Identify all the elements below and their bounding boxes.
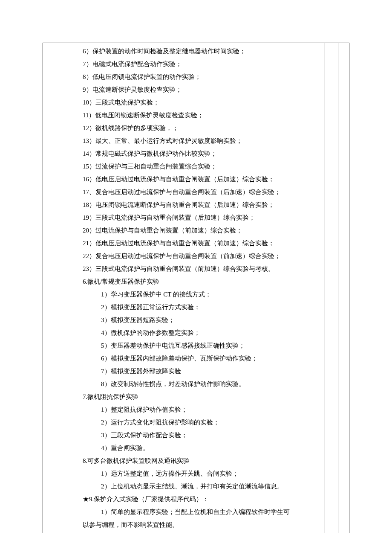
list-item: 13）最大、正常、最小运行方式对保护灵敏度影响实验； bbox=[82, 134, 325, 147]
cell-col2 bbox=[56, 43, 82, 533]
list-item: 17、复合电压启动过电流保护与自动重合闸装置（后加速）综合实验； bbox=[82, 186, 325, 198]
list-item: 22）复合电压启动过电流保护与自动重合闸装置（前加速）综合实验； bbox=[82, 250, 325, 262]
list-item: 1）简单的显示程序实验；当配上位机和自主介入编程软件时学生可 bbox=[82, 506, 325, 518]
list-item: 5）变压器差动保护中电流互感器接线正确性实验； bbox=[82, 339, 325, 352]
list-item: 8）改变制动特性拐点，对差动保护动作影响实验。 bbox=[82, 378, 325, 390]
section-title: 7.微机阻抗保护实验 bbox=[82, 390, 325, 403]
content-table: 6）保护装置的动作时间检验及整定继电器动作时间实验； 7）电磁式电流保护配合动作… bbox=[43, 43, 349, 533]
list-item: 1）整定阻抗保护动作值实验； bbox=[82, 403, 325, 416]
list-item: 8）低电压闭锁电流保护装置的动作实验； bbox=[82, 70, 325, 83]
list-item: 16）低电压启动过电流保护与自动重合闸装置（后加速）综合实验； bbox=[82, 173, 325, 186]
list-item: 14）常规电磁式保护与微机保护动作比较实验； bbox=[82, 147, 325, 160]
table-row: 6）保护装置的动作时间检验及整定继电器动作时间实验； 7）电磁式电流保护配合动作… bbox=[43, 43, 349, 533]
cell-col5 bbox=[338, 43, 349, 533]
list-item: 11）低电压闭锁速断保护灵敏度检查实验； bbox=[82, 109, 325, 122]
content-body: 6）保护装置的动作时间检验及整定继电器动作时间实验； 7）电磁式电流保护配合动作… bbox=[82, 43, 325, 533]
section-title: 6.微机/常规变压器保护实验 bbox=[82, 275, 325, 288]
list-item: 3）三段式保护动作配合实验； bbox=[82, 429, 325, 442]
list-item: 6）模拟变压器内部故障差动保护、瓦斯保护动作实验； bbox=[82, 352, 325, 365]
section-title: ★9.保护介入式实验（厂家提供程序代码）： bbox=[82, 493, 325, 506]
list-item: 2）运行方式变化对阻抗保护影响的实验； bbox=[82, 416, 325, 429]
list-item: 4）微机保护的动作参数整定实验； bbox=[82, 326, 325, 339]
list-item: 6）保护装置的动作时间检验及整定继电器动作时间实验； bbox=[82, 45, 325, 58]
list-item: 21）低电压启动过电流保护与自动重合闸装置（前加速）综合实验； bbox=[82, 237, 325, 250]
list-item-continuation: 以参与编程，而不影响装置性能。 bbox=[82, 518, 325, 531]
list-item: 12）微机线路保护的多项实验，； bbox=[82, 122, 325, 134]
list-item: 10）三段式电流保护实验； bbox=[82, 96, 325, 109]
list-item: 2）上位机动态显示主结线、潮流，并打印有关定值潮流等信息。 bbox=[82, 480, 325, 493]
list-item: 1）远方送整定值，远方操作开关跳、合闸实验； bbox=[82, 467, 325, 480]
list-item: 1）学习变压器保护中 CT 的接线方式； bbox=[82, 288, 325, 301]
list-item: 20）过电流保护与自动重合闸装置（前加速）综合实验； bbox=[82, 224, 325, 237]
list-item: 3）模拟变压器短路实验； bbox=[82, 314, 325, 326]
list-item: 15）过流保护与三相自动重合闸装置综合实验； bbox=[82, 160, 325, 173]
cell-content: 6）保护装置的动作时间检验及整定继电器动作时间实验； 7）电磁式电流保护配合动作… bbox=[82, 43, 325, 533]
cell-col1 bbox=[43, 43, 56, 533]
list-item: 4）重合闸实验。 bbox=[82, 442, 325, 454]
list-item: 2）模拟变压器正常运行方式实验； bbox=[82, 301, 325, 314]
list-item: 18）电压闭锁电流速断保护与自动重合闸装置（后加速）综合实验； bbox=[82, 198, 325, 211]
section-title: 8.可多台微机保护装置联网及通讯实验 bbox=[82, 454, 325, 467]
cell-col4 bbox=[325, 43, 338, 533]
list-item: 19）三段式电流保护与自动重合闸装置（后加速）综合实验； bbox=[82, 211, 325, 224]
list-item: 23）三段式电流保护与自动重合闸装置（前加速）综合实验与考核。 bbox=[82, 262, 325, 275]
document-page: 6）保护装置的动作时间检验及整定继电器动作时间实验； 7）电磁式电流保护配合动作… bbox=[0, 0, 392, 533]
list-item: 7）电磁式电流保护配合动作实验； bbox=[82, 58, 325, 70]
list-item: 9）电流速断保护灵敏度检查实验； bbox=[82, 83, 325, 96]
list-item: 7）模拟变压器外部故障实验 bbox=[82, 365, 325, 378]
